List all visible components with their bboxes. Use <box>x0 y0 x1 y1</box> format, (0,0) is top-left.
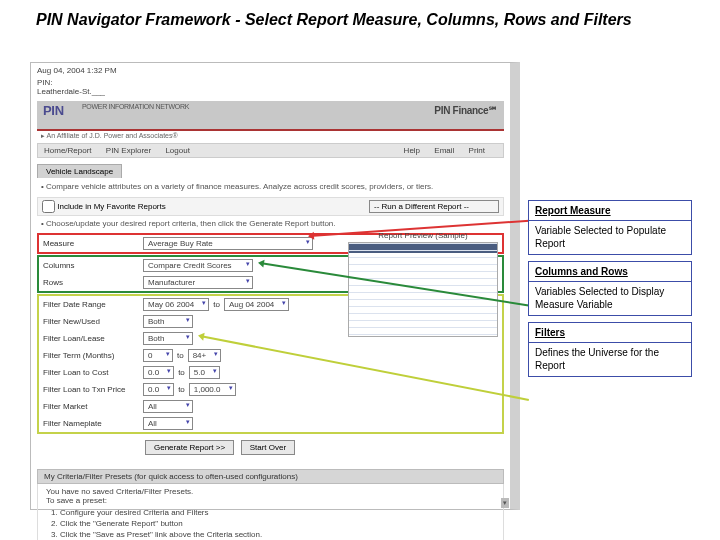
columns-rows-box: Columns Compare Credit Scores Rows Manuf… <box>37 255 504 293</box>
app-screenshot: Aug 04, 2004 1:32 PM PIN: Leatherdale-St… <box>30 62 520 510</box>
preset-header: My Criteria/Filter Presets (for quick ac… <box>37 469 504 484</box>
affiliate-text: ▸ An Affiliate of J.D. Power and Associa… <box>31 131 510 143</box>
nav-help[interactable]: Help <box>404 146 420 155</box>
instruction-note: • Choose/update your desired report crit… <box>31 216 510 231</box>
brand-banner: PIN POWER INFORMATION NETWORK PIN Financ… <box>37 101 504 129</box>
measure-box: Measure Average Buy Rate <box>37 233 504 254</box>
measure-select[interactable]: Average Buy Rate <box>143 237 313 250</box>
app-name: PIN Finance℠ <box>434 105 498 116</box>
tab-vehicle-landscape[interactable]: Vehicle Landscape <box>37 164 122 178</box>
columns-select[interactable]: Compare Credit Scores <box>143 259 253 272</box>
run-report-select[interactable]: -- Run a Different Report -- <box>369 200 499 213</box>
ltp-from-select[interactable]: 0.0 <box>143 383 174 396</box>
callout-colrows-title: Columns and Rows <box>529 262 691 282</box>
date-to-select[interactable]: Aug 04 2004 <box>224 298 289 311</box>
rows-label: Rows <box>43 278 143 287</box>
filter-ltp-label: Filter Loan to Txn Price <box>43 385 143 394</box>
preset-step-3: Click the "Save as Preset" link above th… <box>60 530 495 539</box>
tab-description: • Compare vehicle attributes on a variet… <box>31 178 510 195</box>
slide-title: PIN Navigator Framework - Select Report … <box>0 0 720 35</box>
newused-select[interactable]: Both <box>143 315 193 328</box>
callout-columns-rows: Columns and Rows Variables Selected to D… <box>528 261 692 316</box>
callout-colrows-body: Variables Selected to Display Measure Va… <box>529 282 691 315</box>
pin-label: PIN: <box>37 78 53 87</box>
nav-email[interactable]: Email <box>434 146 454 155</box>
nav-logout[interactable]: Logout <box>165 146 189 155</box>
nav-print[interactable]: Print <box>469 146 485 155</box>
preset-step-2: Click the "Generate Report" button <box>60 519 495 528</box>
loanlease-select[interactable]: Both <box>143 332 193 345</box>
callout-measure-body: Variable Selected to Populate Report <box>529 221 691 254</box>
term-from-select[interactable]: 0 <box>143 349 173 362</box>
term-to-select[interactable]: 84+ <box>188 349 222 362</box>
rows-select[interactable]: Manufacturer <box>143 276 253 289</box>
generate-report-button[interactable]: Generate Report >> <box>145 440 234 455</box>
filter-nameplate-label: Filter Nameplate <box>43 419 143 428</box>
nav-explorer[interactable]: PIN Explorer <box>106 146 151 155</box>
filter-loanlease-label: Filter Loan/Lease <box>43 334 143 343</box>
callout-filters: Filters Defines the Universe for the Rep… <box>528 322 692 377</box>
to-label: to <box>213 300 220 309</box>
market-select[interactable]: All <box>143 400 193 413</box>
preset-body: You have no saved Criteria/Filter Preset… <box>37 484 504 540</box>
preset-note: You have no saved Criteria/Filter Preset… <box>46 487 495 505</box>
nav-home[interactable]: Home/Report <box>44 146 92 155</box>
date-from-select[interactable]: May 06 2004 <box>143 298 209 311</box>
filters-box: Filter Date Range May 06 2004 to Aug 04 … <box>37 294 504 434</box>
callout-measure: Report Measure Variable Selected to Popu… <box>528 200 692 255</box>
columns-label: Columns <box>43 261 143 270</box>
filter-date-label: Filter Date Range <box>43 300 143 309</box>
filter-newused-label: Filter New/Used <box>43 317 143 326</box>
callout-measure-title: Report Measure <box>529 201 691 221</box>
favorite-checkbox[interactable] <box>42 200 55 213</box>
preset-step-1: Configure your desired Criteria and Filt… <box>60 508 495 517</box>
filter-market-label: Filter Market <box>43 402 143 411</box>
logo-tagline: POWER INFORMATION NETWORK <box>82 103 189 110</box>
top-nav: Home/Report PIN Explorer Logout Help Ema… <box>37 143 504 158</box>
nameplate-select[interactable]: All <box>143 417 193 430</box>
callouts: Report Measure Variable Selected to Popu… <box>528 200 692 383</box>
callout-filters-body: Defines the Universe for the Report <box>529 343 691 376</box>
start-over-button[interactable]: Start Over <box>241 440 295 455</box>
ltp-to-select[interactable]: 1,000.0 <box>189 383 236 396</box>
pin-logo: PIN <box>43 103 64 118</box>
scrollbar-down-icon[interactable]: ▾ <box>501 498 509 508</box>
filter-ltc-label: Filter Loan to Cost <box>43 368 143 377</box>
header-date: Aug 04, 2004 1:32 PM <box>37 66 117 75</box>
ltc-from-select[interactable]: 0.0 <box>143 366 174 379</box>
dealer-name: Leatherdale-St.___ <box>37 87 105 96</box>
measure-label: Measure <box>43 239 143 248</box>
ltc-to-select[interactable]: 5.0 <box>189 366 220 379</box>
favorite-label: Include in My Favorite Reports <box>57 202 166 211</box>
callout-filters-title: Filters <box>529 323 691 343</box>
filter-term-label: Filter Term (Months) <box>43 351 143 360</box>
